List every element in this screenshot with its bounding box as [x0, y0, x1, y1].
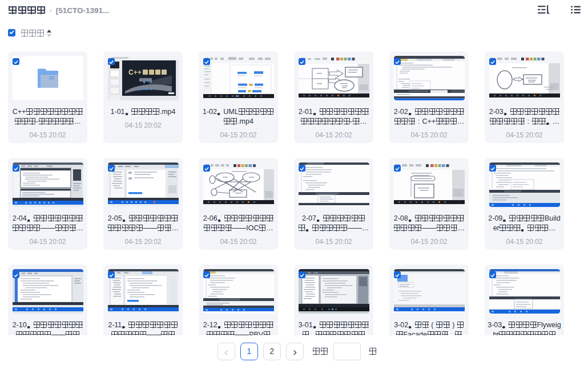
- svg-text:C++: C++: [128, 68, 142, 76]
